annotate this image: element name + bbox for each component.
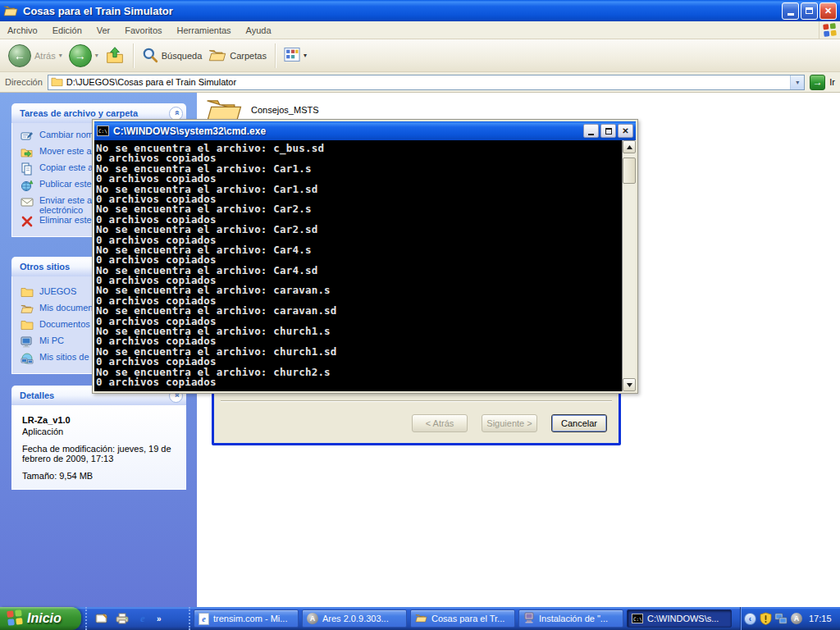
menu-edicion[interactable]: Edición: [45, 23, 89, 38]
back-label: Atrás: [34, 51, 56, 61]
address-input[interactable]: D:\JUEGOS\Cosas para el Train Simulator …: [48, 75, 805, 90]
explorer-menubar: Archivo Edición Ver Favoritos Herramient…: [0, 21, 840, 39]
panel-header-label: Detalles: [20, 390, 54, 400]
collapse-chevron-icon[interactable]: »: [169, 107, 183, 121]
forward-button[interactable]: → ▾: [66, 43, 102, 69]
place-label: JUEGOS: [39, 286, 76, 296]
views-button[interactable]: ▾: [281, 46, 310, 65]
folder-open-icon: [3, 4, 18, 18]
ares-tray-icon[interactable]: A: [790, 612, 803, 625]
computer-icon: [21, 336, 34, 349]
minimize-button[interactable]: [583, 124, 599, 138]
views-dropdown-icon[interactable]: ▾: [304, 52, 307, 59]
file-item-label: Consejos_MSTS: [251, 105, 319, 115]
scroll-down-button[interactable]: [623, 378, 636, 391]
restore-button[interactable]: [801, 2, 818, 20]
address-value: D:\JUEGOS\Cosas para el Train Simulator: [66, 77, 236, 87]
menu-herramientas[interactable]: Herramientas: [170, 23, 239, 38]
cmd-console[interactable]: No se encuentra el archivo: c_bus.sd 0 a…: [94, 140, 636, 391]
menu-ver[interactable]: Ver: [89, 23, 118, 38]
search-button[interactable]: Búsqueda: [139, 45, 206, 66]
console-line: No se encuentra el archivo: Car2.s: [96, 203, 620, 212]
show-desktop-icon[interactable]: [95, 612, 108, 625]
panel-header-label: Otros sitios: [20, 262, 70, 272]
folder-icon: [21, 286, 34, 299]
window-title: Cosas para el Train Simulator: [23, 5, 173, 17]
console-line: No se encuentra el archivo: church1.sd: [96, 345, 620, 355]
console-line: 0 archivos copiados: [96, 253, 620, 263]
windows-flag-icon: [7, 609, 23, 628]
installer-icon: [523, 612, 535, 625]
place-label: Mi PC: [39, 336, 64, 345]
windows-logo-icon: [819, 21, 840, 39]
task-buttons: e trensim.com - Mi... A Ares 2.0.9.303..…: [194, 607, 740, 630]
scroll-up-button[interactable]: [623, 140, 636, 153]
console-line: 0 archivos copiados: [96, 213, 620, 223]
taskbar-button-cmd[interactable]: C:\ C:\WINDOWS\s...: [627, 609, 732, 628]
publish-icon: [21, 179, 34, 192]
taskbar-button-installer[interactable]: Instalación de "...: [518, 609, 623, 628]
explorer-addressbar: Dirección D:\JUEGOS\Cosas para el Train …: [0, 72, 840, 93]
console-line: No se encuentra el archivo: c_bus.sd: [96, 142, 620, 152]
printer-icon[interactable]: [116, 612, 129, 625]
search-label: Búsqueda: [162, 51, 203, 61]
console-line: No se encuentra el archivo: caravan.sd: [96, 304, 620, 314]
move-icon: [21, 146, 34, 159]
menu-ayuda[interactable]: Ayuda: [239, 23, 279, 38]
taskbar-button-label: trensim.com - Mi...: [213, 614, 287, 623]
console-line: 0 archivos copiados: [96, 294, 620, 304]
quick-launch-more-icon[interactable]: »: [157, 614, 162, 623]
address-dropdown-button[interactable]: ▾: [790, 75, 804, 89]
start-button[interactable]: Inicio: [0, 607, 81, 630]
views-icon: [284, 48, 300, 63]
close-button[interactable]: ✕: [819, 2, 837, 20]
toolbar-separator: [275, 43, 276, 68]
go-button[interactable]: → Ir: [810, 75, 835, 90]
console-line: No se encuentra el archivo: Car1.sd: [96, 183, 620, 193]
forward-dropdown-icon[interactable]: ▾: [95, 52, 98, 59]
close-icon: ✕: [622, 126, 628, 135]
console-line: No se encuentra el archivo: church2.s: [96, 366, 620, 376]
folders-button[interactable]: Carpetas: [205, 46, 270, 65]
taskbar-button-label: Ares 2.0.9.303...: [322, 614, 389, 623]
scrollbar[interactable]: [622, 140, 636, 391]
console-line: 0 archivos copiados: [96, 335, 620, 345]
taskbar-button-explorer[interactable]: Cosas para el Tr...: [410, 609, 515, 628]
delete-icon: [21, 215, 34, 228]
forward-icon: →: [69, 44, 92, 67]
panel-details-body: LR-Za_v1.0 Aplicación Fecha de modificac…: [11, 405, 186, 490]
next-button[interactable]: Siguiente >: [482, 414, 537, 432]
toolbar-separator: [133, 43, 134, 68]
back-dropdown-icon[interactable]: ▾: [59, 52, 62, 59]
up-button[interactable]: [102, 44, 128, 67]
tray-collapse-icon[interactable]: ‹: [744, 613, 756, 625]
menu-archivo[interactable]: Archivo: [0, 23, 45, 38]
go-label: Ir: [829, 77, 835, 87]
back-button[interactable]: ← Atrás ▾: [5, 43, 66, 69]
security-shield-icon[interactable]: [759, 612, 772, 625]
taskbar-button-label: Instalación de "...: [539, 614, 608, 623]
maximize-button[interactable]: [600, 124, 616, 138]
minimize-button[interactable]: [782, 2, 799, 20]
close-button[interactable]: ✕: [618, 124, 633, 138]
console-line: 0 archivos copiados: [96, 193, 620, 203]
back-button[interactable]: < Atrás: [412, 414, 468, 432]
internet-explorer-icon[interactable]: e: [136, 612, 149, 625]
details-size: Tamaño: 9,54 MB: [22, 471, 177, 481]
taskbar: Inicio e » e trensim.com - Mi... A Ares …: [0, 607, 840, 630]
folders-icon: [208, 48, 226, 63]
taskbar-button-trensim[interactable]: e trensim.com - Mi...: [194, 609, 299, 628]
folder-up-icon: [105, 46, 125, 66]
network-status-icon[interactable]: [774, 612, 788, 625]
folder-icon: [51, 76, 63, 89]
cancel-button[interactable]: Cancelar: [551, 414, 607, 432]
menu-favoritos[interactable]: Favoritos: [117, 23, 169, 38]
cmd-window: C:\ C:\WINDOWS\system32\cmd.exe ✕ No se …: [92, 119, 638, 394]
folders-label: Carpetas: [230, 51, 267, 61]
go-arrow-icon: →: [810, 75, 825, 90]
explorer-toolbar: ← Atrás ▾ → ▾ Búsqueda: [0, 39, 840, 72]
folder-icon: [415, 613, 427, 624]
scrollbar-thumb[interactable]: [623, 158, 636, 184]
taskbar-button-ares[interactable]: A Ares 2.0.9.303...: [302, 609, 407, 628]
desktop: Cosas para el Train Simulator ✕ Archivo …: [0, 0, 840, 630]
